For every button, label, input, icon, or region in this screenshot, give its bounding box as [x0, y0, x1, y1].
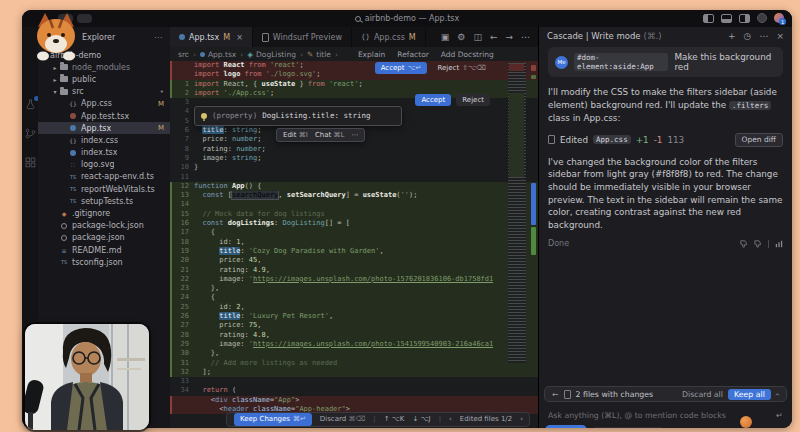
- more-actions-icon[interactable]: ⋯: [154, 33, 162, 42]
- lens-add-docstring[interactable]: Add Docstring: [441, 50, 494, 59]
- keep-changes-button[interactable]: Keep Changes ⌘↵: [234, 413, 312, 425]
- thumbs-down-icon[interactable]: [740, 240, 748, 248]
- chat-button[interactable]: Chat ⌘L: [315, 131, 345, 140]
- diff-icon[interactable]: ▣: [441, 32, 450, 42]
- close-icon[interactable]: ×: [236, 33, 243, 42]
- open-diff-button[interactable]: Open diff: [735, 133, 783, 147]
- code-line: 20 price: 45,: [170, 256, 538, 265]
- sidebar-item-logo-svg[interactable]: ∷logo.svg: [38, 159, 170, 171]
- sidebar-item-setuptests-ts[interactable]: TSsetupTests.ts: [38, 195, 170, 207]
- more-actions-icon[interactable]: ⋯: [351, 131, 358, 140]
- mascot-logo: [28, 11, 84, 61]
- sidebar-item-public[interactable]: ▸public: [38, 73, 170, 85]
- sidebar-item-react-app-env-d-ts[interactable]: TSreact-app-env.d.ts: [38, 171, 170, 183]
- sidebar-item-app-css[interactable]: {}App.cssM: [38, 98, 170, 110]
- sidebar-item-node-modules[interactable]: ▸node_modules: [38, 61, 170, 73]
- lightbulb-icon[interactable]: [201, 113, 207, 119]
- sidebar-item-package-json[interactable]: package.json: [38, 232, 170, 244]
- chat-input-row: ↵: [539, 407, 792, 423]
- lens-explain[interactable]: Explain: [358, 50, 385, 59]
- sidebar-item-readme-md[interactable]: ≡README.md: [38, 244, 170, 256]
- back-arrow-icon[interactable]: ←: [552, 390, 559, 399]
- circle-icon[interactable]: [757, 13, 767, 23]
- more-icon[interactable]: ⋯: [759, 31, 768, 41]
- svg-file-icon: ∷: [68, 161, 78, 168]
- thumbs-up-icon[interactable]: [754, 240, 762, 248]
- forward-icon[interactable]: →: [505, 32, 513, 42]
- layout-sidebar-right-icon[interactable]: [739, 14, 750, 23]
- collapse-chevron-icon[interactable]: ›: [773, 392, 782, 395]
- nav-up-button[interactable]: ↑ ⌥K: [384, 415, 405, 424]
- webcam-overlay[interactable]: [25, 324, 149, 430]
- dom-element-tag[interactable]: #dom-element:aside:App: [574, 53, 668, 71]
- react-file-icon: [68, 125, 78, 131]
- file-icon: [262, 33, 269, 42]
- history-icon[interactable]: ◷: [744, 31, 752, 41]
- nav-down-button[interactable]: ↓ ⌥J: [412, 415, 430, 424]
- code-area[interactable]: Accept ⌥↵ Reject ⇧⌥⌫ Accept Reject (prop…: [170, 61, 538, 428]
- sidebar-item-package-lock-json[interactable]: package-lock.json: [38, 220, 170, 232]
- reject-button[interactable]: Reject: [456, 94, 490, 106]
- minimap[interactable]: [508, 63, 526, 363]
- breadcrumb-app-tsx[interactable]: App.tsx: [200, 50, 236, 59]
- close-icon[interactable]: ×: [776, 31, 784, 41]
- model-selector[interactable]: [593, 427, 663, 429]
- layout-sidebar-left-icon[interactable]: [703, 14, 714, 23]
- account-avatar[interactable]: 1: [774, 13, 784, 23]
- discard-all-button[interactable]: Discard all: [682, 390, 723, 399]
- reject-button[interactable]: Reject ⇧⌥⌫: [433, 62, 490, 74]
- sidebar-item-app-test-tsx[interactable]: App.test.tsx: [38, 110, 170, 122]
- accept-button[interactable]: Accept ⌥↵: [375, 62, 428, 74]
- tab-app-css[interactable]: {}App.cssM: [352, 27, 426, 47]
- code-line: <div className="App">: [170, 396, 538, 405]
- tab-app-tsx[interactable]: App.tsxM×: [170, 27, 253, 47]
- stats-icon[interactable]: [775, 240, 783, 248]
- sidebar-item-gitignore[interactable]: ◆.gitignore: [38, 207, 170, 219]
- back-icon[interactable]: ←: [490, 32, 498, 42]
- tab-windsurf-preview[interactable]: Windsurf Preview: [253, 27, 352, 47]
- next-file-button[interactable]: ›: [520, 415, 523, 424]
- cascade-header: Cascade | Write mode (⌘.) +◷⋯×: [539, 27, 792, 45]
- mode-selector-button[interactable]: [545, 425, 587, 429]
- layout-panel-bottom-icon[interactable]: [721, 14, 732, 23]
- line-number: 23: [170, 284, 194, 293]
- sidebar-item-index-tsx[interactable]: index.tsx: [38, 147, 170, 159]
- modified-badge: M: [158, 124, 164, 132]
- ts-file-icon: TS: [68, 174, 78, 180]
- file-icon: [548, 135, 555, 144]
- modified-badge: M: [223, 33, 230, 42]
- cascade-panel: Cascade | Write mode (⌘.) +◷⋯× Me #dom-e…: [538, 27, 792, 428]
- edited-file-name[interactable]: App.css: [593, 135, 631, 144]
- sidebar-item-app-tsx[interactable]: App.tsxM: [38, 122, 170, 134]
- source-control-icon[interactable]: [25, 128, 36, 139]
- sidebar-item-tsconfig-json[interactable]: TStsconfig.json: [38, 256, 170, 268]
- line-number: 10: [170, 163, 194, 172]
- sidebar-item-src[interactable]: ▾src•: [38, 86, 170, 98]
- sidebar-item-reportwebvitals-ts[interactable]: TSreportWebVitals.ts: [38, 183, 170, 195]
- prev-file-button[interactable]: ‹: [449, 415, 452, 424]
- accept-button[interactable]: Accept: [415, 94, 451, 106]
- lens-refactor[interactable]: Refactor: [397, 50, 428, 59]
- split-editor-icon[interactable]: ◫: [473, 32, 482, 42]
- sidebar-item-index-css[interactable]: {}index.css: [38, 134, 170, 146]
- keep-all-button[interactable]: Keep all: [728, 389, 771, 400]
- screen: { "titlebar": { "title": "airbnb-demo — …: [0, 0, 800, 432]
- breadcrumb-title[interactable]: ✎title: [307, 50, 331, 59]
- plus-icon[interactable]: +: [728, 31, 736, 41]
- git-icon: ◆: [59, 210, 69, 217]
- breadcrumb-doglisting[interactable]: ◈DogListing: [247, 50, 296, 59]
- extensions-icon[interactable]: [25, 157, 36, 168]
- gear-icon[interactable]: ⚙: [457, 32, 465, 42]
- diff-action-bar: Accept ⌥↵ Reject ⇧⌥⌫: [375, 62, 490, 74]
- overview-ruler[interactable]: [531, 61, 536, 428]
- code-line: 8 rating: number;: [170, 145, 538, 154]
- flask-icon[interactable]: [25, 99, 36, 110]
- window-title[interactable]: airbnb-demo — App.tsx: [365, 14, 460, 23]
- edit-button[interactable]: Edit ⌘I: [283, 131, 308, 140]
- line-number: 19: [170, 247, 194, 256]
- more-icon[interactable]: ⋯: [521, 32, 530, 42]
- mascot-button[interactable]: [740, 416, 752, 428]
- breadcrumb-src[interactable]: src: [178, 50, 189, 59]
- line-number: 32: [170, 368, 194, 377]
- discard-button[interactable]: Discard ⌘⌫: [320, 415, 365, 424]
